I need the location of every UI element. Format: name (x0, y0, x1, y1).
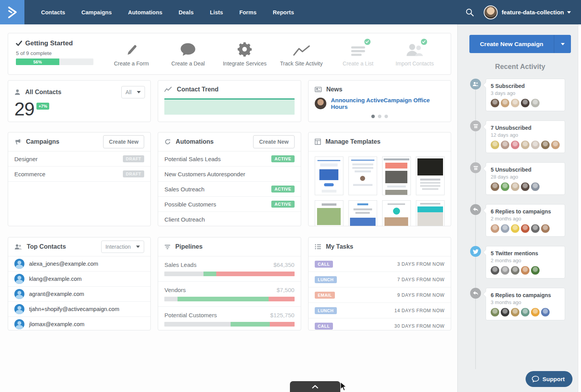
activity-card[interactable]: 6 Replies to campaigns3 months ago (486, 288, 565, 320)
template-grid-icon (315, 139, 321, 145)
template-block (322, 203, 336, 206)
reply-icon (470, 288, 481, 299)
carousel-dot-2[interactable] (378, 115, 381, 118)
account-menu[interactable]: feature-data-collection (502, 9, 571, 15)
account-name: feature-data-collection (502, 9, 564, 15)
news-card: News Announcing ActiveCampaign Office Ho… (308, 80, 451, 122)
create-new-campaign-button[interactable]: Create New Campaign (469, 35, 571, 53)
pipeline-bar-segment (178, 297, 269, 301)
getting-started-step-5[interactable]: Create a List (333, 41, 383, 67)
getting-started-title: Getting Started (16, 40, 103, 47)
contact-avatar (14, 319, 24, 329)
getting-started-step-1[interactable]: Create a Form (107, 41, 156, 67)
nav-item-lists[interactable]: Lists (202, 0, 231, 24)
activecampaign-logo[interactable] (0, 0, 24, 24)
undercover-article-template[interactable] (416, 156, 445, 195)
news-carousel-dots (309, 115, 451, 118)
nav-item-forms[interactable]: Forms (231, 0, 264, 24)
activity-card[interactable]: 6 Replies to campaigns2 months ago (486, 204, 565, 237)
pipeline-bar-segment (216, 272, 294, 276)
getting-started-step-3[interactable]: Integrate Services (220, 41, 269, 67)
activity-avatar (491, 99, 499, 107)
contact-avatar (14, 289, 24, 299)
plain-letter-template[interactable] (348, 156, 377, 195)
activity-card[interactable]: 7 Unsubscribed12 days ago (486, 120, 565, 153)
daily-routine-template[interactable] (382, 156, 411, 195)
nav-item-deals[interactable]: Deals (171, 0, 202, 24)
task-due-date: 9 DAYS FROM NOW (335, 292, 445, 298)
activity-item-5: 5 Twitter mentions2 months ago (469, 246, 581, 279)
top-contact-row[interactable]: jlomax@example.com (8, 317, 150, 330)
search-button[interactable] (461, 8, 478, 17)
template-block (393, 208, 400, 215)
support-button[interactable]: Support (526, 371, 573, 387)
nav-item-automations[interactable]: Automations (120, 0, 171, 24)
create-campaign-button[interactable]: Create New (103, 135, 144, 148)
subscribed-people-icon (470, 79, 481, 89)
contacts-filter-select[interactable]: All (121, 86, 145, 98)
top-contact-row[interactable]: klang@example.com (8, 272, 150, 287)
activity-card[interactable]: 5 Twitter mentions2 months ago (486, 246, 565, 279)
activity-card[interactable]: 5 Unsubscribed28 days ago (486, 162, 565, 195)
template-block (352, 163, 373, 165)
automation-row[interactable]: Potential Sales LeadsACTIVE (158, 151, 300, 167)
task-row[interactable]: CALL30 DAYS FROM NOW (309, 318, 451, 330)
task-row[interactable]: EMAIL9 DAYS FROM NOW (309, 287, 451, 303)
activity-card[interactable]: 5 Subscribed3 days ago (486, 79, 565, 111)
kids-ideas-template[interactable] (348, 200, 377, 226)
chevron-down-icon (137, 91, 141, 93)
mobile-experience-template[interactable] (315, 156, 343, 195)
create-campaign-dropdown-toggle[interactable] (554, 35, 571, 53)
campaign-row[interactable]: EcommerceDRAFT (8, 167, 150, 182)
top-contact-row[interactable]: alexa_jones@example.com (8, 256, 150, 272)
top-contacts-sort-select[interactable]: Interaction (101, 241, 144, 253)
nav-item-reports[interactable]: Reports (265, 0, 302, 24)
activity-avatars (491, 99, 560, 107)
activity-sidebar: Create New Campaign Recent Activity 5 Su… (457, 24, 581, 392)
card-title: Top Contacts (27, 243, 97, 250)
task-row[interactable]: LUNCH14 DAYS FROM NOW (309, 303, 451, 318)
automation-row[interactable]: Sales OutreachACTIVE (158, 182, 300, 197)
carousel-dot-1[interactable] (371, 115, 375, 118)
status-badge: DRAFT (123, 170, 145, 177)
create-automation-button[interactable]: Create New (253, 135, 294, 148)
automation-row[interactable]: Possible CustomersACTIVE (158, 197, 300, 212)
top-contact-row[interactable]: tjahn+shopify@activecampaign.com (8, 302, 150, 317)
completed-check-badge (364, 39, 371, 45)
contact-trend-card: Contact Trend (158, 80, 301, 122)
chevron-down-icon (136, 246, 140, 248)
pipeline-row[interactable]: Potential Customers$125,750 (158, 307, 300, 330)
automation-row[interactable]: New Customers Autoresponder (158, 167, 300, 182)
task-due-date: 3 DAYS FROM NOW (333, 261, 445, 267)
automation-row-name: Possible Customers (164, 201, 271, 208)
nav-item-contacts[interactable]: Contacts (33, 0, 73, 24)
mobile-app-announcement-template[interactable] (382, 200, 411, 226)
task-type-badge: LUNCH (315, 276, 337, 283)
carousel-dot-3[interactable] (384, 115, 388, 118)
user-avatar[interactable] (484, 5, 498, 19)
progress-bar: 56% (16, 58, 93, 65)
my-tasks-card: My Tasks CALL3 DAYS FROM NOWLUNCH7 DAYS … (308, 237, 451, 330)
automation-row[interactable]: Client Outreach (158, 212, 300, 226)
activity-avatars (491, 308, 560, 316)
getting-started-step-4[interactable]: Track Site Activity (277, 41, 326, 67)
activity-time: 12 days ago (491, 132, 560, 138)
interior-newsletter-template[interactable] (416, 200, 445, 226)
news-author-avatar (315, 98, 326, 109)
manage-templates-card: Manage Templates (308, 132, 451, 226)
nav-item-campaigns[interactable]: Campaigns (73, 0, 120, 24)
top-contact-row[interactable]: agrant@example.com (8, 287, 150, 302)
activity-title: 5 Subscribed (491, 83, 560, 89)
portfolio-template[interactable] (315, 200, 343, 226)
getting-started-step-2[interactable]: Create a Deal (163, 41, 213, 67)
campaign-row-name: Designer (14, 156, 123, 162)
expand-panel-tab[interactable] (290, 381, 340, 392)
pipeline-row[interactable]: Sales Leads$64,350 (158, 256, 300, 282)
getting-started-step-6[interactable]: Import Contacts (390, 41, 440, 67)
campaign-row[interactable]: DesignerDRAFT (8, 151, 150, 167)
news-headline-link[interactable]: Announcing ActiveCampaign Office Hours (331, 97, 445, 110)
template-block (353, 208, 372, 210)
task-row[interactable]: LUNCH7 DAYS FROM NOW (309, 272, 451, 287)
task-row[interactable]: CALL3 DAYS FROM NOW (309, 256, 451, 272)
pipeline-row[interactable]: Vendors$7,500 (158, 282, 300, 307)
